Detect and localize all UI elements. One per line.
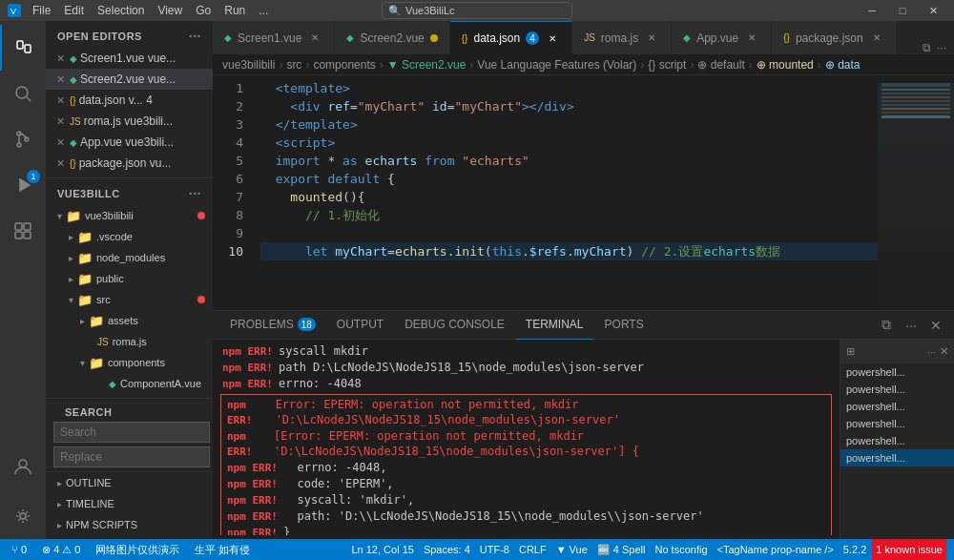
activity-item-debug[interactable]: 1: [0, 162, 46, 208]
folder-src[interactable]: ▾ 📁 src: [46, 289, 213, 310]
menu-file[interactable]: File: [27, 0, 56, 21]
tab-app-close[interactable]: ✕: [744, 31, 759, 46]
breadcrumb-script[interactable]: {} script: [648, 58, 686, 72]
folder-node-modules[interactable]: ▸ 📁 node_modules: [46, 247, 213, 268]
folder-vscode[interactable]: ▸ 📁 .vscode: [46, 226, 213, 247]
breadcrumb-root[interactable]: vue3bilibili: [222, 58, 275, 72]
open-editor-data-json[interactable]: ✕ {} data.json v... 4: [46, 90, 213, 111]
breadcrumb-data[interactable]: ⊕ data: [825, 58, 861, 72]
status-git[interactable]: ⑂ 0: [8, 539, 31, 560]
menu-more[interactable]: ...: [253, 0, 274, 21]
tab-screen2[interactable]: ◆ Screen2.vue: [335, 21, 449, 54]
terminal-shell-1[interactable]: powershell...: [840, 363, 954, 381]
status-errors[interactable]: ⊗ 4 ⚠ 0: [38, 539, 84, 560]
editor-close-screen2-icon[interactable]: ✕: [53, 73, 67, 86]
menu-view[interactable]: View: [152, 0, 188, 21]
panel-tab-ports[interactable]: PORTS: [595, 311, 653, 340]
terminal-shell-2[interactable]: powershell...: [840, 381, 954, 398]
activity-item-explorer[interactable]: [0, 25, 46, 71]
open-editor-package-json[interactable]: ✕ {} package.json vu...: [46, 153, 213, 174]
breadcrumb-src[interactable]: src: [286, 58, 301, 72]
editor-close-app-icon[interactable]: ✕: [53, 135, 67, 149]
timeline-toggle[interactable]: ▸ TIMELINE: [46, 493, 213, 514]
minimize-button[interactable]: ─: [859, 0, 885, 21]
folder-vue3bilibili[interactable]: ▾ 📁 vue3bilibili: [46, 205, 213, 226]
activity-item-accounts[interactable]: [0, 444, 46, 489]
status-info[interactable]: 生平 如有侵: [191, 539, 254, 560]
npm-scripts-toggle[interactable]: ▸ NPM SCRIPTS: [46, 514, 213, 535]
status-spaces[interactable]: Spaces: 4: [420, 539, 474, 560]
status-eol[interactable]: CRLF: [515, 539, 550, 560]
panel-split-icon[interactable]: ⧉: [876, 315, 897, 336]
activity-item-extensions[interactable]: [0, 208, 46, 254]
open-editors-more[interactable]: ···: [189, 29, 201, 44]
code-editor[interactable]: <template> <div ref="myChart" id="myChar…: [253, 75, 878, 310]
open-editor-app-vue[interactable]: ✕ ◆ App.vue vue3bili...: [46, 132, 213, 153]
terminal-shell-6[interactable]: powershell...: [840, 449, 954, 467]
tab-roma-close[interactable]: ✕: [644, 31, 659, 46]
activity-item-source-control[interactable]: [0, 116, 46, 162]
tab-data-json[interactable]: {} data.json 4 ✕: [450, 21, 572, 54]
menu-selection[interactable]: Selection: [92, 0, 150, 21]
panel-more-icon[interactable]: ···: [901, 315, 922, 336]
folder-assets[interactable]: ▸ 📁 assets: [46, 310, 213, 331]
global-search-bar[interactable]: 🔍 Vue3BiliLc: [382, 2, 572, 19]
breadcrumb-volar[interactable]: Vue Language Features (Volar): [477, 58, 636, 72]
panel-tab-output[interactable]: OUTPUT: [327, 311, 393, 340]
more-actions-icon[interactable]: ···: [937, 41, 946, 54]
panel-tab-problems[interactable]: PROBLEMS 18: [220, 311, 325, 340]
close-button[interactable]: ✕: [920, 0, 946, 21]
tab-roma-js[interactable]: JS roma.js ✕: [572, 21, 672, 54]
replace-input[interactable]: [53, 446, 210, 467]
open-editor-screen2[interactable]: ✕ ◆ Screen2.vue vue...: [46, 69, 213, 90]
status-tsconfig[interactable]: No tsconfig: [651, 539, 711, 560]
status-encoding[interactable]: UTF-8: [476, 539, 513, 560]
folder-components[interactable]: ▾ 📁 components: [46, 352, 213, 373]
search-input[interactable]: [53, 422, 210, 443]
menu-go[interactable]: Go: [190, 0, 217, 21]
status-spell[interactable]: 🔤 4 Spell: [593, 539, 650, 560]
status-language[interactable]: ▼ Vue: [552, 539, 591, 560]
activity-item-search[interactable]: [0, 71, 46, 116]
editor-close-pkg-icon[interactable]: ✕: [53, 156, 67, 170]
open-editor-roma-js[interactable]: ✕ JS roma.js vue3bili...: [46, 111, 213, 132]
status-ln-col[interactable]: Ln 12, Col 15: [347, 539, 417, 560]
terminal-panel-more[interactable]: ···: [927, 346, 936, 358]
project-more[interactable]: ···: [189, 186, 201, 201]
open-editor-screen1[interactable]: ✕ ◆ Screen1.vue vue...: [46, 48, 213, 69]
breadcrumb-screen2[interactable]: ▼ Screen2.vue: [387, 58, 467, 72]
panel-close-icon[interactable]: ✕: [925, 315, 946, 336]
breadcrumb-components[interactable]: components: [313, 58, 375, 72]
status-network[interactable]: 网络图片仅供演示: [92, 539, 183, 560]
tab-pkg-close[interactable]: ✕: [869, 31, 884, 46]
panel-tab-terminal[interactable]: TERMINAL: [516, 311, 593, 340]
tab-data-close[interactable]: ✕: [545, 31, 560, 46]
terminal-content[interactable]: npm ERR! syscall mkdir npm ERR! path D:\…: [213, 340, 840, 539]
terminal-shell-4[interactable]: powershell...: [840, 415, 954, 432]
breadcrumb-default[interactable]: ⊕ default: [697, 58, 744, 72]
terminal-panel-icon[interactable]: ⊞: [846, 345, 855, 358]
editor-close-data-icon[interactable]: ✕: [53, 93, 67, 107]
tab-screen1[interactable]: ◆ Screen1.vue ✕: [213, 21, 335, 54]
menu-edit[interactable]: Edit: [58, 0, 90, 21]
split-editor-icon[interactable]: ⧉: [923, 41, 931, 54]
panel-tab-debug-console[interactable]: DEBUG CONSOLE: [395, 311, 514, 340]
terminal-panel-close[interactable]: ✕: [940, 345, 948, 358]
breadcrumb-mounted[interactable]: ⊕ mounted: [757, 58, 814, 72]
file-componenta-vue[interactable]: ◆ ComponentA.vue: [46, 373, 213, 394]
tab-app-vue[interactable]: ◆ App.vue ✕: [672, 21, 772, 54]
maximize-button[interactable]: □: [889, 0, 916, 21]
tab-package-json[interactable]: {} package.json ✕: [772, 21, 896, 54]
folder-public[interactable]: ▸ 📁 public: [46, 268, 213, 289]
outline-toggle[interactable]: ▸ OUTLINE: [46, 472, 213, 493]
status-known-issue[interactable]: 1 known issue: [872, 539, 946, 560]
tab-screen1-close[interactable]: ✕: [307, 31, 322, 46]
terminal-shell-5[interactable]: powershell...: [840, 432, 954, 449]
editor-close-roma-icon[interactable]: ✕: [53, 114, 67, 128]
menu-run[interactable]: Run: [218, 0, 251, 21]
status-version[interactable]: 5.2.2: [840, 539, 870, 560]
activity-item-settings[interactable]: [0, 493, 46, 539]
editor-close-icon[interactable]: ✕: [53, 52, 67, 65]
status-tag[interactable]: <TagName prop-name />: [714, 539, 838, 560]
file-roma-js[interactable]: JS roma.js: [46, 331, 213, 352]
